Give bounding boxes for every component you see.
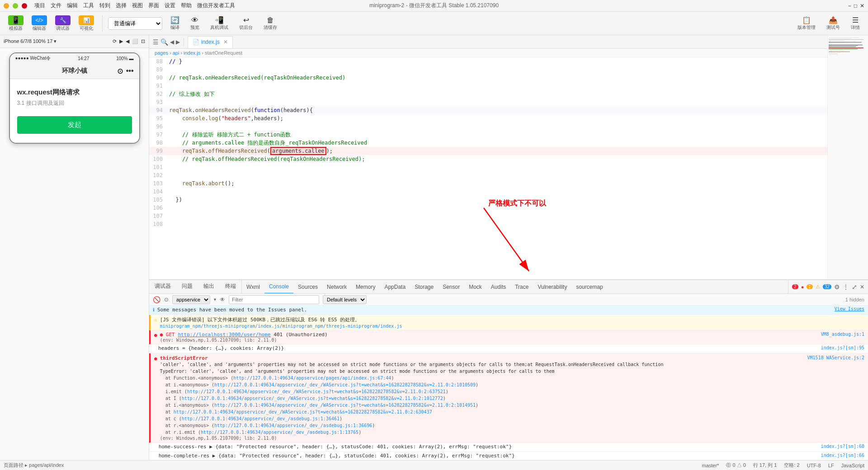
code-line-91: 91 — [149, 82, 827, 90]
panel-tab-sensor[interactable]: Sensor — [438, 280, 464, 293]
menu-help[interactable]: 帮助 — [181, 2, 192, 9]
clear-console-icon[interactable]: 🚫 — [153, 296, 160, 303]
tab-close-icon[interactable]: ✕ — [223, 39, 228, 45]
time-display: 14:27 — [78, 56, 89, 61]
code-line-94[interactable]: 94 reqTask.onHeadersReceived(function(he… — [149, 106, 827, 114]
win-close-icon[interactable]: ✕ — [860, 3, 864, 9]
app-nav-title: 环球小镇 — [62, 67, 87, 75]
console-msg-home-success: home-success-res ▶ {data: "Protected res… — [149, 443, 868, 452]
console-msg-warning: ⚠ [JS 文件编译错误] 以下文件体积超过 500KB，已跳过压缩以及 ES6… — [149, 315, 868, 330]
dropdown-icon[interactable]: ▾ — [214, 297, 216, 302]
win-min-btn[interactable] — [13, 3, 18, 9]
search-icon[interactable]: 🔍 — [160, 38, 168, 46]
code-line-103[interactable]: 103 reqTask.abort(); — [149, 179, 827, 188]
menu-goto[interactable]: 转到 — [99, 2, 110, 9]
code-line-107: 107 — [149, 212, 827, 220]
compile-mode-select[interactable]: 普通编译 — [108, 17, 162, 30]
devtools-sub-tab-terminal[interactable]: 终端 — [220, 280, 241, 293]
breadcrumb-api[interactable]: api — [173, 50, 179, 56]
win-max-btn[interactable] — [22, 3, 27, 9]
console-context-icon[interactable]: ⊙ — [164, 296, 169, 303]
context-selector[interactable]: appservice — [172, 295, 210, 304]
breadcrumb-pages[interactable]: pages — [155, 50, 168, 56]
panel-tab-sourcemap[interactable]: sourcemap — [571, 280, 607, 293]
device-selector[interactable]: iPhone 6/7/8 100% 17 ▾ — [4, 38, 57, 44]
menu-select[interactable]: 选择 — [116, 2, 127, 9]
menu-settings[interactable]: 设置 — [165, 2, 175, 9]
devtools-sub-tab-debugger[interactable]: 调试器 — [149, 280, 176, 293]
forward-icon[interactable]: ⬜ — [132, 38, 138, 44]
log-level-select[interactable]: Default levels — [323, 295, 367, 304]
real-machine-btn[interactable]: 📲 真机调试 — [208, 15, 231, 32]
filter-input[interactable] — [229, 295, 319, 304]
more-options-icon[interactable]: ⋮ — [843, 283, 849, 291]
menu-wechat[interactable]: 微信开发者工具 — [197, 2, 235, 9]
badge-messages: 32 — [823, 284, 831, 289]
code-line-105: 105 }) — [149, 196, 827, 204]
play-icon[interactable]: ▶ — [119, 38, 123, 44]
rotate-icon[interactable]: ⟳ — [113, 38, 117, 44]
panel-tab-trace[interactable]: Trace — [510, 280, 533, 293]
switch-backend-btn[interactable]: ↩ 切后台 — [236, 15, 255, 32]
code-line-95[interactable]: 95 console.log("headers",headers); — [149, 114, 827, 122]
settings-icon[interactable]: ⚙ — [834, 283, 840, 291]
preview-btn[interactable]: 👁 预览 — [188, 15, 202, 32]
simulator-tool-btn[interactable]: 📱 模拟器 — [5, 14, 26, 33]
clear-cache-btn[interactable]: 🗑 清缓存 — [261, 15, 280, 32]
code-line-104: 104 — [149, 188, 827, 196]
menu-tools[interactable]: 工具 — [83, 2, 94, 9]
panel-tab-memory[interactable]: Memory — [351, 280, 380, 293]
view-issues-link[interactable]: View Issues — [835, 306, 864, 311]
panel-tab-network[interactable]: Network — [322, 280, 351, 293]
editor-tab-bar: ☰ 🔍 ◀ ▶ 📄 index.js ✕ — [149, 35, 827, 49]
panel-tab-mock[interactable]: Mock — [464, 280, 486, 293]
editor-tool-btn[interactable]: </> 编辑器 — [29, 14, 50, 33]
panel-tab-console[interactable]: Console — [264, 280, 293, 293]
compile-btn[interactable]: 🔄 编译 — [168, 15, 182, 32]
panel-tab-vulnerability[interactable]: Vulnerability — [533, 280, 571, 293]
win-restore-icon[interactable]: □ — [854, 3, 857, 9]
code-line-100: 100 // reqTask.offHeadersReceived(reqTas… — [149, 155, 827, 163]
status-path[interactable]: 页面路径 ▸ pages/api/index — [4, 462, 64, 469]
home-icon[interactable]: ⊡ — [141, 38, 145, 44]
eye-icon[interactable]: 👁 — [220, 296, 225, 303]
panel-tab-sources[interactable]: Sources — [293, 280, 322, 293]
panel-tab-appdata[interactable]: AppData — [380, 280, 410, 293]
test-btn[interactable]: 📤 测试号 — [824, 15, 843, 32]
win-close-btn[interactable] — [4, 3, 9, 9]
code-line-99[interactable]: 99 reqTask.offHeadersReceived(arguments.… — [149, 147, 827, 155]
breadcrumb-file[interactable]: index.js — [184, 50, 200, 56]
menu-view[interactable]: 视图 — [132, 2, 143, 9]
badge-warnings: 1 — [807, 284, 813, 289]
file-tab-index-js[interactable]: 📄 index.js ✕ — [188, 36, 233, 48]
debugger-label: 调试器 — [56, 25, 70, 32]
menu-project[interactable]: 项目 — [34, 2, 45, 9]
menu-edit[interactable]: 编辑 — [67, 2, 78, 9]
panel-tab-wxml[interactable]: Wxml — [242, 280, 264, 293]
win-minimize-icon[interactable]: − — [848, 3, 851, 9]
close-panel-icon[interactable]: ✕ — [860, 284, 864, 290]
console-messages: ℹ Some messages have been moved to the I… — [149, 306, 868, 460]
back-icon[interactable]: ◀ — [126, 38, 129, 44]
panel-tab-audits[interactable]: Audits — [486, 280, 510, 293]
explorer-icon[interactable]: ☰ — [153, 38, 159, 46]
visualize-tool-btn[interactable]: 📊 可视化 — [76, 14, 97, 33]
launch-btn[interactable]: 发起 — [17, 116, 132, 134]
devtools-sub-tab-output[interactable]: 输出 — [198, 280, 220, 293]
main-toolbar: 📱 模拟器 </> 编辑器 🔧 调试器 📊 可视化 — [0, 12, 868, 35]
battery-display: 100% ▬ — [116, 56, 133, 61]
more-btn[interactable]: ☰ 详情 — [848, 15, 863, 32]
status-language[interactable]: JavaScript — [841, 463, 864, 468]
device-frame: ●●●●● WeChat令 14:27 100% ▬ 环球小镇 ••• ⊙ wx… — [9, 52, 140, 144]
menu-interface[interactable]: 界面 — [148, 2, 159, 9]
debugger-tool-btn[interactable]: 🔧 调试器 — [52, 14, 73, 33]
back-nav-icon[interactable]: ◀ — [170, 39, 174, 45]
devtools-sub-tab-issues[interactable]: 问题 — [176, 280, 198, 293]
menu-file[interactable]: 文件 — [51, 2, 61, 9]
devtools-panel: 严格模式下不可以 调试器 问题 输出 终端 Wxml Console — [149, 279, 868, 460]
forward-nav-icon[interactable]: ▶ — [176, 39, 180, 45]
console-msg-home-complete: home-complete-res ▶ {data: "Protected re… — [149, 452, 868, 460]
panel-tab-storage[interactable]: Storage — [410, 280, 438, 293]
version-mgmt-btn[interactable]: 📋 版本管理 — [795, 15, 818, 32]
expand-panel-icon[interactable]: ⤢ — [852, 283, 857, 291]
